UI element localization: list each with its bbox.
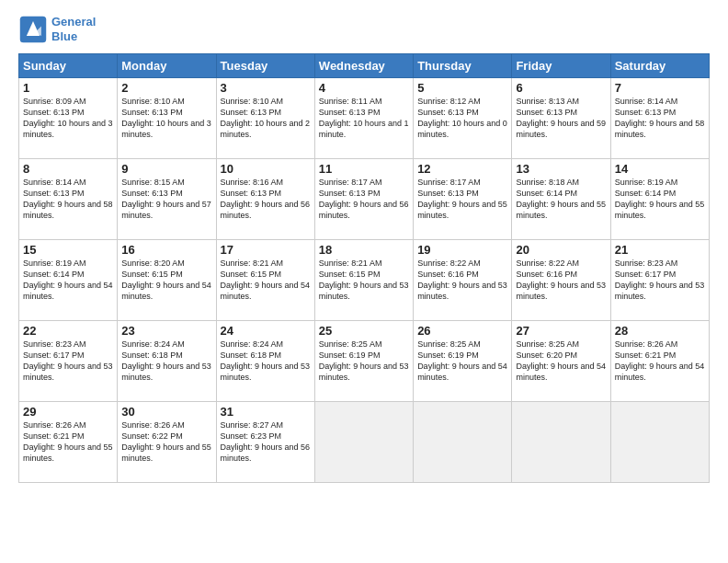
weekday-header-sunday: Sunday <box>19 54 118 78</box>
calendar-cell: 11 Sunrise: 8:17 AM Sunset: 6:13 PM Dayl… <box>314 159 413 240</box>
cell-info: Sunrise: 8:23 AM Sunset: 6:17 PM Dayligh… <box>23 339 113 384</box>
calendar-cell: 22 Sunrise: 8:23 AM Sunset: 6:17 PM Dayl… <box>19 321 118 402</box>
calendar-cell: 10 Sunrise: 8:16 AM Sunset: 6:13 PM Dayl… <box>216 159 314 240</box>
cell-info: Sunrise: 8:18 AM Sunset: 6:14 PM Dayligh… <box>516 177 606 222</box>
calendar-cell: 26 Sunrise: 8:25 AM Sunset: 6:19 PM Dayl… <box>414 321 512 402</box>
cell-info: Sunrise: 8:25 AM Sunset: 6:20 PM Dayligh… <box>516 339 606 384</box>
day-number: 1 <box>23 81 113 95</box>
calendar-cell: 8 Sunrise: 8:14 AM Sunset: 6:13 PM Dayli… <box>19 159 118 240</box>
page: General Blue SundayMondayTuesdayWednesda… <box>0 0 728 563</box>
calendar-cell: 23 Sunrise: 8:24 AM Sunset: 6:18 PM Dayl… <box>118 321 216 402</box>
day-number: 30 <box>121 405 211 419</box>
day-number: 9 <box>121 162 211 176</box>
cell-info: Sunrise: 8:12 AM Sunset: 6:13 PM Dayligh… <box>417 96 507 141</box>
cell-info: Sunrise: 8:26 AM Sunset: 6:21 PM Dayligh… <box>615 339 705 384</box>
cell-info: Sunrise: 8:19 AM Sunset: 6:14 PM Dayligh… <box>23 258 113 303</box>
calendar-cell <box>314 402 413 483</box>
cell-info: Sunrise: 8:13 AM Sunset: 6:13 PM Dayligh… <box>516 96 606 141</box>
calendar-cell: 6 Sunrise: 8:13 AM Sunset: 6:13 PM Dayli… <box>512 78 610 159</box>
weekday-header-friday: Friday <box>512 54 610 78</box>
cell-info: Sunrise: 8:16 AM Sunset: 6:13 PM Dayligh… <box>221 177 311 222</box>
calendar-cell: 16 Sunrise: 8:20 AM Sunset: 6:15 PM Dayl… <box>118 240 216 321</box>
day-number: 29 <box>23 405 113 419</box>
logo-text: General Blue <box>51 15 96 43</box>
day-number: 20 <box>516 243 606 257</box>
day-number: 17 <box>221 243 311 257</box>
calendar-week-5: 29 Sunrise: 8:26 AM Sunset: 6:21 PM Dayl… <box>19 402 710 483</box>
calendar-cell: 20 Sunrise: 8:22 AM Sunset: 6:16 PM Dayl… <box>512 240 610 321</box>
calendar-cell: 9 Sunrise: 8:15 AM Sunset: 6:13 PM Dayli… <box>118 159 216 240</box>
header: General Blue <box>18 15 710 44</box>
cell-info: Sunrise: 8:17 AM Sunset: 6:13 PM Dayligh… <box>319 177 409 222</box>
weekday-header-thursday: Thursday <box>414 54 512 78</box>
cell-info: Sunrise: 8:25 AM Sunset: 6:19 PM Dayligh… <box>417 339 507 384</box>
day-number: 4 <box>319 81 409 95</box>
day-number: 16 <box>121 243 211 257</box>
cell-info: Sunrise: 8:14 AM Sunset: 6:13 PM Dayligh… <box>23 177 113 222</box>
day-number: 19 <box>417 243 507 257</box>
calendar-cell: 1 Sunrise: 8:09 AM Sunset: 6:13 PM Dayli… <box>19 78 118 159</box>
calendar-cell: 19 Sunrise: 8:22 AM Sunset: 6:16 PM Dayl… <box>414 240 512 321</box>
cell-info: Sunrise: 8:21 AM Sunset: 6:15 PM Dayligh… <box>221 258 311 303</box>
calendar-cell <box>610 402 709 483</box>
logo-icon <box>18 15 48 44</box>
day-number: 10 <box>221 162 311 176</box>
day-number: 6 <box>516 81 606 95</box>
day-number: 22 <box>23 324 113 338</box>
calendar-week-4: 22 Sunrise: 8:23 AM Sunset: 6:17 PM Dayl… <box>19 321 710 402</box>
calendar-cell: 3 Sunrise: 8:10 AM Sunset: 6:13 PM Dayli… <box>216 78 314 159</box>
day-number: 25 <box>319 324 409 338</box>
cell-info: Sunrise: 8:22 AM Sunset: 6:16 PM Dayligh… <box>417 258 507 303</box>
day-number: 24 <box>221 324 311 338</box>
calendar-cell: 4 Sunrise: 8:11 AM Sunset: 6:13 PM Dayli… <box>314 78 413 159</box>
day-number: 8 <box>23 162 113 176</box>
calendar-week-2: 8 Sunrise: 8:14 AM Sunset: 6:13 PM Dayli… <box>19 159 710 240</box>
cell-info: Sunrise: 8:09 AM Sunset: 6:13 PM Dayligh… <box>23 96 113 141</box>
day-number: 21 <box>615 243 705 257</box>
calendar-cell: 21 Sunrise: 8:23 AM Sunset: 6:17 PM Dayl… <box>610 240 709 321</box>
calendar-cell: 14 Sunrise: 8:19 AM Sunset: 6:14 PM Dayl… <box>610 159 709 240</box>
cell-info: Sunrise: 8:23 AM Sunset: 6:17 PM Dayligh… <box>615 258 705 303</box>
weekday-header-tuesday: Tuesday <box>216 54 314 78</box>
day-number: 23 <box>121 324 211 338</box>
cell-info: Sunrise: 8:26 AM Sunset: 6:22 PM Dayligh… <box>121 419 211 465</box>
calendar-cell: 7 Sunrise: 8:14 AM Sunset: 6:13 PM Dayli… <box>610 78 709 159</box>
day-number: 27 <box>516 324 606 338</box>
cell-info: Sunrise: 8:24 AM Sunset: 6:18 PM Dayligh… <box>121 339 211 384</box>
logo: General Blue <box>18 15 96 44</box>
calendar-cell <box>512 402 610 483</box>
cell-info: Sunrise: 8:10 AM Sunset: 6:13 PM Dayligh… <box>221 96 311 141</box>
day-number: 31 <box>221 405 311 419</box>
weekday-header-row: SundayMondayTuesdayWednesdayThursdayFrid… <box>19 54 710 78</box>
day-number: 2 <box>121 81 211 95</box>
day-number: 28 <box>615 324 705 338</box>
day-number: 3 <box>221 81 311 95</box>
cell-info: Sunrise: 8:17 AM Sunset: 6:13 PM Dayligh… <box>417 177 507 222</box>
weekday-header-wednesday: Wednesday <box>314 54 413 78</box>
calendar-week-3: 15 Sunrise: 8:19 AM Sunset: 6:14 PM Dayl… <box>19 240 710 321</box>
day-number: 12 <box>417 162 507 176</box>
calendar-cell: 28 Sunrise: 8:26 AM Sunset: 6:21 PM Dayl… <box>610 321 709 402</box>
calendar-cell: 18 Sunrise: 8:21 AM Sunset: 6:15 PM Dayl… <box>314 240 413 321</box>
day-number: 18 <box>319 243 409 257</box>
day-number: 5 <box>417 81 507 95</box>
day-number: 14 <box>615 162 705 176</box>
calendar-week-1: 1 Sunrise: 8:09 AM Sunset: 6:13 PM Dayli… <box>19 78 710 159</box>
calendar-cell: 15 Sunrise: 8:19 AM Sunset: 6:14 PM Dayl… <box>19 240 118 321</box>
cell-info: Sunrise: 8:21 AM Sunset: 6:15 PM Dayligh… <box>319 258 409 303</box>
cell-info: Sunrise: 8:20 AM Sunset: 6:15 PM Dayligh… <box>121 258 211 303</box>
day-number: 11 <box>319 162 409 176</box>
weekday-header-saturday: Saturday <box>610 54 709 78</box>
day-number: 13 <box>516 162 606 176</box>
cell-info: Sunrise: 8:26 AM Sunset: 6:21 PM Dayligh… <box>23 419 113 465</box>
calendar-cell: 25 Sunrise: 8:25 AM Sunset: 6:19 PM Dayl… <box>314 321 413 402</box>
cell-info: Sunrise: 8:24 AM Sunset: 6:18 PM Dayligh… <box>221 339 311 384</box>
calendar-cell <box>414 402 512 483</box>
cell-info: Sunrise: 8:22 AM Sunset: 6:16 PM Dayligh… <box>516 258 606 303</box>
calendar-cell: 31 Sunrise: 8:27 AM Sunset: 6:23 PM Dayl… <box>216 402 314 483</box>
calendar-cell: 30 Sunrise: 8:26 AM Sunset: 6:22 PM Dayl… <box>118 402 216 483</box>
cell-info: Sunrise: 8:25 AM Sunset: 6:19 PM Dayligh… <box>319 339 409 384</box>
calendar-table: SundayMondayTuesdayWednesdayThursdayFrid… <box>18 53 710 483</box>
cell-info: Sunrise: 8:15 AM Sunset: 6:13 PM Dayligh… <box>121 177 211 222</box>
calendar-cell: 24 Sunrise: 8:24 AM Sunset: 6:18 PM Dayl… <box>216 321 314 402</box>
